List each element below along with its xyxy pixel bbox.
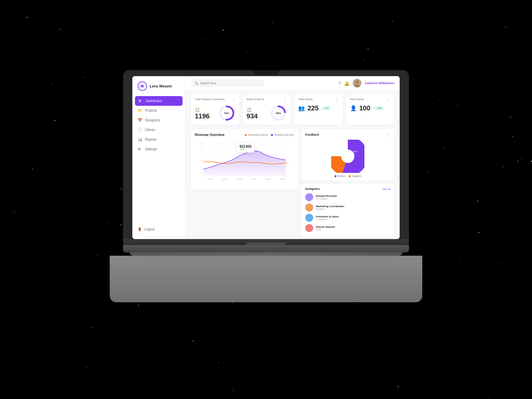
grid-icon: ⊞ [138,99,143,103]
screen-bezel: Lens Weaver ⊞ Dashboard 📁 Projects 📅 [123,70,409,239]
tooltip-change: +6% [239,148,251,151]
stat-title-total-projects: Total Projects Completed [195,98,224,101]
designer-avatar-1 [305,203,313,211]
svg-text:Nov 2023: Nov 2023 [265,178,271,180]
stat-value-active: 934 [247,112,258,120]
legend-negative: Negative [349,175,361,177]
feedback-card: Feedback ⋮ [301,129,394,181]
stat-menu-active[interactable]: ⋮ [283,98,287,102]
sidebar-item-label-settings: Settings [145,147,157,151]
designer-avatar-0 [305,193,313,201]
search-input[interactable] [200,81,260,85]
pie-chart: 80% 20% [331,140,364,173]
sidebar-item-label-projects: Projects [145,109,157,112]
header-actions: ? 🔔 Cameron Williamson [338,79,394,87]
svg-text:10: 10 [201,147,202,150]
donut-label-total: 76% [218,104,235,122]
stat-menu-total-projects[interactable]: ⋮ [231,98,235,102]
stat-title-new-clients: New Clients [350,98,364,101]
logo-text: Lens Weaver [150,84,172,88]
sidebar-item-projects[interactable]: 📁 Projects [132,106,185,115]
legend-dot-negative [349,175,351,177]
stat-total-projects: Total Projects Completed ⋮ 📋 1196 [191,94,239,125]
stat-new-clients: New Clients ⋮ 👤 100 ↑ 1 [346,94,395,125]
new-clients-icon: 👤 [350,105,357,111]
sidebar-item-dashboard[interactable]: ⊞ Dashboard [135,96,183,106]
svg-text:12: 12 [201,141,202,144]
revenue-title: Revenue Overview [195,133,224,137]
user-name: Cameron Williamson [365,81,394,85]
new-clients-badge: ↑ 10% [373,106,384,110]
sidebar-item-designers[interactable]: 📅 Designers [132,115,185,125]
arrow-up-icon-new: ↑ [375,107,376,110]
dashboard-content: Total Projects Completed ⋮ 📋 1196 [186,90,400,239]
sidebar-item-label-clients: Clients [145,128,155,132]
middle-row: Revenue Overview Revenue by clients [191,129,394,238]
sidebar-item-reports[interactable]: 📊 Reports [132,135,185,144]
donut-label-active: 48% [270,104,287,122]
designer-avatar-3 [305,224,313,232]
designers-icon: 📅 [138,118,142,122]
sidebar-item-clients[interactable]: 📄 Clients [132,125,185,135]
chart-tooltip: $22,802 +6% [236,143,254,153]
sidebar-item-settings[interactable]: ⚙ Settings [132,144,185,154]
sidebar-item-label-reports: Reports [145,138,157,141]
laptop-stand [123,245,409,252]
designer-avatar-2 [305,214,313,222]
logo-icon [138,81,147,91]
legend-dot-clients [245,134,247,136]
header: 🔍 ? 🔔 [186,76,400,90]
reports-icon: 📊 [138,137,142,142]
designers-list: Ronald Richards Sr. Designer Marketing C… [305,193,390,232]
main-content: 🔍 ? 🔔 [186,76,400,239]
stat-menu-new-clients[interactable]: ⋮ [386,98,390,102]
designer-role-2: Jr. Designer [316,218,339,220]
svg-text:2: 2 [201,171,202,174]
legend-time: Revenue over time [271,134,294,136]
laptop-base [123,239,409,245]
svg-text:Oct 2023: Oct 2023 [251,178,256,180]
legend-positive: Positive [334,175,346,177]
designer-item-0: Ronald Richards Sr. Designer [305,193,390,201]
revenue-section: Revenue Overview Revenue by clients [191,129,298,238]
legend-clients: Revenue by clients [245,134,268,136]
svg-text:8: 8 [201,153,202,156]
feedback-title: Feedback [305,133,319,136]
sidebar-item-label-designers: Designers [145,118,160,122]
laptop-foot [130,252,402,256]
revenue-card: Revenue Overview Revenue by clients [191,129,298,190]
designer-item-2: President of Sales Jr. Designer [305,214,390,222]
stat-value-clients: 225 [308,104,319,112]
help-icon[interactable]: ? [338,81,341,86]
sidebar-nav: ⊞ Dashboard 📁 Projects 📅 Designers � [132,96,185,225]
see-all-button[interactable]: See all [383,188,390,191]
designer-name-2: President of Sales [316,215,339,218]
svg-text:0: 0 [201,176,202,178]
search-box[interactable]: 🔍 [191,80,264,86]
stat-title-clients: Total Clients [298,98,313,101]
table-surface [110,256,422,302]
stat-total-clients: Total Clients ⋮ 👥 225 ↑ [294,94,343,125]
folder-icon: 📁 [138,108,142,113]
laptop-notch [253,70,279,75]
donut-total-projects: 76% [218,104,235,122]
legend-dot-time [271,134,273,136]
feedback-menu[interactable]: ⋮ [386,132,390,137]
designer-role-3: Intern [316,228,335,231]
stat-active-projects: Active Projects ⋮ 📋 934 [243,94,291,125]
doc-icon: 📋 [195,107,200,112]
svg-point-5 [355,80,359,84]
pie-container: 80% 20% Positive [305,140,390,177]
svg-text:4: 4 [201,165,202,168]
svg-text:Sep 2023: Sep 2023 [237,178,242,180]
legend-dot-positive [334,175,336,177]
notification-icon[interactable]: 🔔 [344,81,349,86]
svg-text:Aug 2023: Aug 2023 [222,178,227,180]
stat-menu-clients[interactable]: ⋮ [335,98,339,102]
logout-button[interactable]: 🚪 Logout [132,225,185,234]
sidebar-logo: Lens Weaver [132,81,185,96]
designer-name-1: Marketing Coordinator [316,205,344,208]
user-avatar [353,79,361,87]
svg-text:80%: 80% [345,152,351,156]
designer-role-1: Designer [316,208,344,210]
